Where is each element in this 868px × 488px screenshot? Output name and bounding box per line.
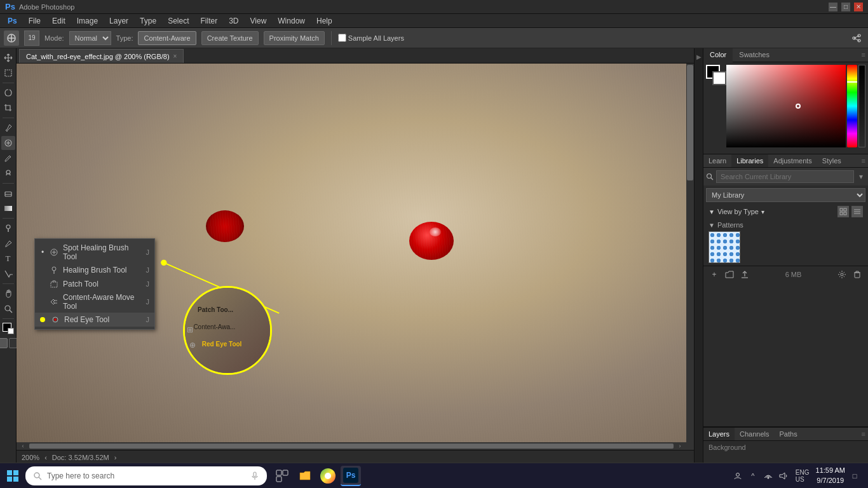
tab-paths[interactable]: Paths <box>775 428 803 440</box>
tab-swatches[interactable]: Swatches <box>733 48 776 62</box>
patterns-expand-icon[interactable]: ▼ <box>709 222 715 229</box>
flyout-content-aware-move[interactable]: Content-Aware Move Tool J <box>35 291 154 313</box>
eyedropper-tool[interactable] <box>1 121 15 135</box>
minimize-button[interactable]: — <box>829 3 837 11</box>
color-panel-menu[interactable]: ≡ <box>859 48 868 62</box>
notification-btn[interactable]: □ <box>849 470 860 482</box>
content-aware-btn[interactable]: Content-Aware <box>138 31 196 45</box>
menu-file[interactable]: File <box>24 15 46 27</box>
menu-layer[interactable]: Layer <box>104 15 133 27</box>
proximity-match-btn[interactable]: Proximity Match <box>264 31 325 45</box>
taskbar-mic-icon[interactable] <box>250 471 259 480</box>
create-library-folder-btn[interactable] <box>724 269 735 280</box>
library-search-input[interactable] <box>716 170 854 183</box>
sample-all-layers-checkbox[interactable] <box>338 34 346 42</box>
file-explorer-taskbar-btn[interactable] <box>295 466 315 486</box>
list-view-btn[interactable] <box>851 206 863 217</box>
panel-collapse[interactable]: ▶ <box>694 48 703 464</box>
tab-channels[interactable]: Channels <box>735 428 774 440</box>
mode-select[interactable]: Normal <box>69 31 111 45</box>
move-tool[interactable] <box>1 51 15 65</box>
pen-tool[interactable] <box>1 236 15 250</box>
tab-libraries[interactable]: Libraries <box>731 154 768 167</box>
flyout-spot-healing[interactable]: • Spot Healing Brush Tool J <box>35 241 154 263</box>
create-texture-btn[interactable]: Create Texture <box>201 31 259 45</box>
task-view-button[interactable] <box>272 466 292 486</box>
flyout-patch[interactable]: Patch Tool J <box>35 277 154 291</box>
search-dropdown-arrow[interactable]: ▾ <box>857 172 865 181</box>
alpha-slider[interactable] <box>858 65 865 147</box>
foreground-bg-colors[interactable] <box>1 322 15 336</box>
text-tool[interactable]: T <box>1 252 15 266</box>
hue-slider[interactable] <box>847 65 857 147</box>
clone-stamp-tool[interactable] <box>1 166 15 180</box>
flyout-red-eye[interactable]: Red Eye Tool J <box>35 313 154 327</box>
menu-3d[interactable]: 3D <box>224 15 243 27</box>
rectangular-marquee-tool[interactable] <box>1 66 15 80</box>
color-gradient-field[interactable] <box>726 65 846 147</box>
sample-all-layers-label[interactable]: Sample All Layers <box>338 34 404 42</box>
tab-learn[interactable]: Learn <box>703 154 731 167</box>
vertical-scroll-thumb[interactable] <box>687 65 693 180</box>
gradient-tool[interactable] <box>1 201 15 215</box>
flyout-healing[interactable]: Healing Brush Tool J <box>35 263 154 277</box>
system-clock[interactable]: 11:59 AM 9/7/2019 <box>816 466 845 485</box>
canvas-scroll[interactable]: • Spot Healing Brush Tool J Healing Brus… <box>17 64 694 450</box>
lib-delete-btn[interactable] <box>851 269 863 280</box>
tab-layers[interactable]: Layers <box>703 428 735 440</box>
scroll-left-btn[interactable]: ‹ <box>18 444 28 449</box>
menu-ps[interactable]: Ps <box>3 15 22 27</box>
spot-healing-tool[interactable] <box>1 136 15 150</box>
crop-tool[interactable] <box>1 101 15 115</box>
brush-size-indicator[interactable]: 19 <box>24 30 39 46</box>
standard-mode[interactable] <box>0 338 8 348</box>
lib-settings-btn[interactable] <box>836 269 848 280</box>
volume-icon[interactable] <box>778 470 789 482</box>
lasso-tool[interactable] <box>1 86 15 100</box>
close-button[interactable]: ✕ <box>854 3 863 11</box>
hand-tool[interactable] <box>1 287 15 301</box>
menu-help[interactable]: Help <box>311 15 337 27</box>
start-button[interactable] <box>3 466 23 486</box>
view-by-type-label[interactable]: ▼ View by Type ▾ <box>709 208 764 215</box>
browser-taskbar-btn[interactable] <box>318 466 338 486</box>
search-bar[interactable]: Type here to search <box>25 466 267 485</box>
tab-styles[interactable]: Styles <box>817 154 846 167</box>
lib-panel-menu[interactable]: ≡ <box>859 154 868 167</box>
user-icon[interactable] <box>732 470 743 482</box>
scroll-right-btn[interactable]: › <box>675 444 685 449</box>
menu-view[interactable]: View <box>245 15 272 27</box>
menu-select[interactable]: Select <box>163 15 194 27</box>
language-indicator[interactable]: ENG US <box>796 469 810 483</box>
menu-type[interactable]: Type <box>135 15 161 27</box>
maximize-button[interactable]: □ <box>841 3 850 11</box>
tab-color[interactable]: Color <box>703 48 733 62</box>
horizontal-scrollbar[interactable]: ‹ › <box>17 442 686 450</box>
network-icon[interactable] <box>763 470 774 482</box>
dodge-tool[interactable] <box>1 221 15 235</box>
chevron-up-icon[interactable]: ^ <box>747 470 759 482</box>
color-swatch-fg-bg[interactable] <box>706 65 726 149</box>
path-selection-tool[interactable] <box>1 267 15 281</box>
pattern-item-1[interactable] <box>709 231 740 263</box>
brush-tool[interactable] <box>1 151 15 165</box>
document-tab[interactable]: Cat_with_red-eye_effect.jpg @ 200% (RGB/… <box>19 49 184 63</box>
grid-view-btn[interactable] <box>837 206 849 217</box>
menu-edit[interactable]: Edit <box>47 15 71 27</box>
tab-adjustments[interactable]: Adjustments <box>768 154 817 167</box>
tool-options-icon[interactable] <box>4 30 19 46</box>
horizontal-scroll-thumb[interactable] <box>29 444 674 449</box>
background-swatch[interactable] <box>712 71 726 85</box>
upload-library-btn[interactable] <box>739 269 750 280</box>
library-select[interactable]: My Library <box>706 188 865 202</box>
vertical-scrollbar[interactable] <box>686 64 694 450</box>
photoshop-taskbar-btn[interactable]: Ps <box>341 466 361 486</box>
eraser-tool[interactable] <box>1 186 15 200</box>
tab-close-button[interactable]: × <box>173 53 177 60</box>
share-icon[interactable] <box>849 30 864 46</box>
menu-window[interactable]: Window <box>273 15 310 27</box>
collapse-arrow[interactable]: ▶ <box>695 51 702 63</box>
nav-prev[interactable]: ‹ <box>44 454 47 461</box>
layers-panel-menu[interactable]: ≡ <box>859 428 868 440</box>
nav-next[interactable]: › <box>114 454 117 461</box>
